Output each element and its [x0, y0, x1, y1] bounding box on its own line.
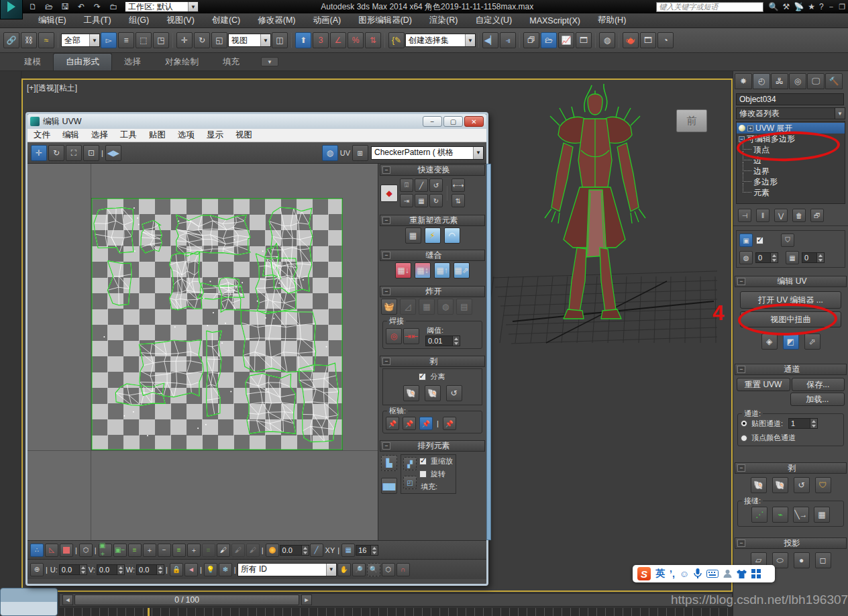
previous-frame-icon[interactable]: ◄	[62, 595, 73, 605]
select-element-checkbox[interactable]	[756, 237, 763, 244]
search-icon[interactable]: 🔍	[769, 2, 779, 11]
named-selection-sets-icon[interactable]: {✎	[388, 32, 405, 48]
snap-toggle-3d-icon[interactable]: 3	[313, 32, 329, 48]
menu-tools[interactable]: 工具(T)	[75, 15, 120, 26]
sogou-logo-icon[interactable]: S	[637, 567, 651, 580]
straighten-icon[interactable]: ▦	[405, 227, 421, 244]
reset-uvw-button[interactable]: 重置 UVW	[737, 378, 790, 391]
w-coordinate-field[interactable]: 0.0	[136, 564, 164, 575]
undo-icon[interactable]: ↶	[74, 1, 88, 12]
tab-populate[interactable]: 填充	[211, 54, 252, 70]
uv-move-icon[interactable]	[31, 145, 47, 161]
ring-grow-icon[interactable]	[187, 544, 201, 557]
flatten-custom-icon[interactable]: ▤	[456, 299, 472, 315]
menu-edit[interactable]: 编辑(E)	[30, 15, 75, 26]
load-button[interactable]: 加载...	[790, 393, 845, 406]
stack-subitem-polygon[interactable]: 多边形	[737, 176, 845, 187]
arrange-elements-header[interactable]: − 排列元素	[380, 440, 485, 452]
collapse-icon[interactable]: −	[382, 358, 390, 365]
stitch-header[interactable]: − 缝合	[380, 250, 485, 261]
time-slider-handle[interactable]: 0 / 100	[74, 595, 299, 605]
vertex-color-radio[interactable]	[741, 435, 747, 442]
loop-dashes-icon[interactable]	[128, 544, 142, 557]
align-h-icon[interactable]: ⍗	[400, 178, 413, 192]
stitch-target-icon[interactable]: ▦⇗	[454, 262, 470, 278]
spinner-arrows[interactable]	[770, 253, 778, 262]
pin-stack-icon[interactable]: ⊣	[738, 209, 751, 222]
chevron-down-icon[interactable]	[835, 108, 845, 119]
visibility-bulb-icon[interactable]	[739, 125, 745, 132]
reshape-elements-header[interactable]: − 重新塑造元素	[380, 215, 485, 226]
named-selection-dropdown[interactable]: 创建选择集	[405, 34, 476, 47]
layer-manager-icon[interactable]: 🗇	[523, 32, 539, 48]
object-name-field[interactable]: Object034	[736, 93, 844, 105]
planar-threshold-field[interactable]: 0	[755, 252, 778, 263]
relax-icon[interactable]: ▦	[415, 194, 428, 207]
shrink-selection-icon[interactable]: ▣−	[113, 544, 127, 557]
chevron-down-icon[interactable]	[326, 564, 336, 576]
spinner-arrows[interactable]	[79, 565, 87, 574]
element-mode-icon[interactable]: ⬡	[79, 544, 93, 557]
rendered-frame-icon[interactable]: 🗔	[640, 32, 656, 48]
chevron-down-icon[interactable]	[465, 34, 475, 46]
restore-icon[interactable]: ❐	[839, 3, 845, 11]
pack-together-icon[interactable]: ▆▆	[381, 478, 397, 494]
ribbon-minimize-dropdown[interactable]	[261, 57, 278, 66]
percent-snap-icon[interactable]: %	[348, 32, 364, 48]
align-icon[interactable]: ⫣	[500, 32, 516, 48]
display-tab-icon[interactable]: 🖵	[807, 73, 825, 89]
pelt-map-icon[interactable]: 🛡	[815, 477, 831, 493]
grow-selection-icon[interactable]: ▣＋	[99, 544, 112, 557]
relax-icon[interactable]: ◠	[444, 227, 460, 244]
menu-maxscript[interactable]: MAXScript(X)	[521, 16, 589, 25]
uv-rotate-icon[interactable]	[48, 145, 64, 161]
show-end-result-icon[interactable]: ‖	[756, 209, 770, 222]
rescale-checkbox[interactable]	[419, 458, 427, 465]
mirror-icon[interactable]: ◀▏	[482, 32, 498, 48]
tab-modeling[interactable]: 建模	[12, 54, 53, 70]
stack-subitem-element[interactable]: 元素	[737, 187, 845, 198]
3dsmax-logo[interactable]	[0, 0, 23, 19]
pin-pick-icon[interactable]: 📌	[443, 417, 456, 430]
xy-falloff-label[interactable]: XY	[325, 546, 335, 554]
vertex-subobject-icon[interactable]: ∴	[30, 544, 44, 557]
linear-align-icon[interactable]	[415, 178, 428, 192]
unpin-icon[interactable]: 📌	[403, 417, 416, 430]
workspace-dropdown[interactable]: 工作区: 默认	[125, 1, 199, 12]
menu-create[interactable]: 创建(C)	[203, 15, 249, 26]
uv-space-label[interactable]: UV	[340, 149, 350, 157]
pack-normalize-icon[interactable]: ▙	[381, 455, 397, 471]
modify-tab-icon[interactable]: ◴	[753, 73, 770, 89]
zoom-region-icon[interactable]: 🔍	[367, 563, 380, 576]
uv-freeform-icon[interactable]: ⊡	[83, 145, 99, 161]
new-file-icon[interactable]: 🗋	[26, 1, 40, 12]
account-icon[interactable]	[723, 569, 732, 578]
configure-modifier-sets-icon[interactable]: 🗗	[810, 209, 824, 222]
grid-select-icon[interactable]: ▦	[786, 251, 799, 264]
ime-punctuation-toggle[interactable]: ’,	[670, 568, 675, 579]
remove-modifier-icon[interactable]: 🗑	[792, 209, 806, 222]
spinner-arrows[interactable]	[301, 546, 309, 555]
collapse-icon[interactable]: −	[737, 540, 745, 547]
track-bar[interactable]	[59, 608, 733, 616]
select-link-icon[interactable]: 🔗	[3, 32, 19, 48]
show-map-toggle-icon[interactable]: ◍	[322, 145, 338, 161]
planar-angle-icon[interactable]: ⛉	[781, 234, 794, 247]
ring-shrink-icon[interactable]	[202, 544, 215, 557]
toolbox-grid-icon[interactable]	[751, 569, 761, 578]
explode-header[interactable]: − 炸开	[380, 286, 485, 297]
microphone-icon[interactable]	[694, 568, 702, 579]
stitch-average-icon[interactable]: ▦↑	[434, 262, 450, 278]
map-channel-field[interactable]: 1	[788, 418, 818, 429]
search-input[interactable]: 键入关键字或短语	[656, 2, 763, 12]
select-manipulate-icon[interactable]: ⬆	[295, 32, 311, 48]
flatten-by-smoothing2-icon[interactable]: ◍	[437, 299, 454, 315]
pin-live-icon[interactable]: 📌	[419, 417, 433, 430]
collapse-icon[interactable]: −	[737, 464, 745, 472]
rotate-ccw-icon[interactable]	[429, 178, 443, 192]
utilities-tab-icon[interactable]: 🔨	[825, 73, 843, 89]
map-channel-radio[interactable]	[741, 420, 747, 427]
pin-icon[interactable]: 📌	[386, 417, 399, 430]
show-shell-icon[interactable]: ◩	[783, 333, 799, 350]
material-id-filter-dropdown[interactable]: 所有 ID	[237, 563, 337, 576]
